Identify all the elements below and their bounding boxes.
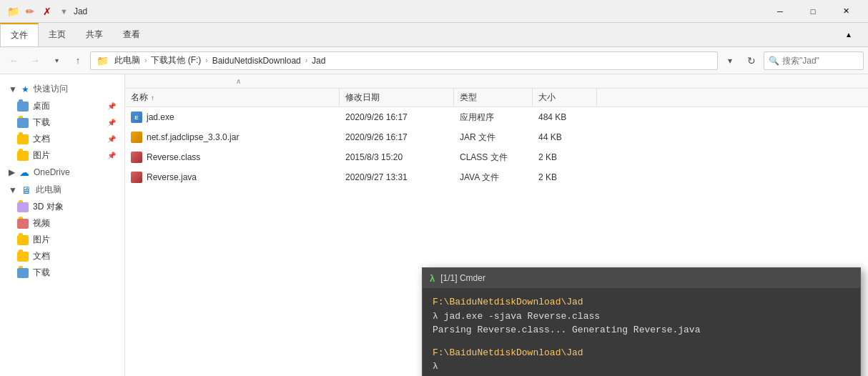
search-input[interactable]	[782, 56, 859, 66]
exe-icon: E	[131, 112, 142, 123]
file-type-cell: 应用程序	[454, 112, 533, 124]
tab-file[interactable]: 文件	[0, 23, 39, 46]
back-button[interactable]: ←	[4, 51, 23, 70]
titlebar-icons: 📁 ✏ ✗ ▼	[6, 4, 68, 19]
terminal-line-3: Parsing Reverse.class... Generating Reve…	[433, 323, 850, 337]
bc-baidu[interactable]: BaiduNetdiskDownload	[209, 54, 304, 67]
sidebar-item-downloads[interactable]: 下载 📌	[0, 114, 124, 131]
table-row[interactable]: net.sf.jadclipse_3.3.0.jar 2020/9/26 16:…	[125, 127, 868, 147]
file-date-cell: 2020/9/26 16:17	[340, 132, 454, 142]
file-size-cell: 2 KB	[533, 152, 597, 162]
pin-icon-2: 📌	[107, 119, 116, 127]
docs-folder-icon2	[17, 252, 29, 262]
section-arrow-onedrive-icon: ▶	[9, 167, 15, 177]
sidebar-item-pictures[interactable]: 图片 📌	[0, 147, 124, 164]
table-row[interactable]: Reverse.java 2020/9/27 13:31 JAVA 文件 2 K…	[125, 167, 868, 187]
sidebar-item-documents2[interactable]: 文档	[0, 248, 124, 264]
file-size-cell: 484 KB	[533, 112, 597, 122]
pc-icon: 🖥	[21, 184, 31, 196]
cloud-icon: ☁	[19, 167, 29, 178]
minimize-button[interactable]: ─	[764, 0, 797, 23]
forward-button[interactable]: →	[26, 51, 44, 70]
pin-icon-4: 📌	[107, 152, 116, 159]
table-row[interactable]: E jad.exe 2020/9/26 16:17 应用程序 484 KB	[125, 107, 868, 127]
ribbon: 文件 主页 共享 查看 ▲	[0, 23, 868, 47]
table-row[interactable]: Reverse.class 2015/8/3 15:20 CLASS 文件 2 …	[125, 147, 868, 167]
sidebar-item-3d[interactable]: 3D 对象	[0, 199, 124, 215]
sidebar: ▼ ★ 快速访问 桌面 📌 下载 📌 文档 📌 图片 📌 ▶ ☁ OneDr	[0, 74, 125, 376]
download-folder-icon	[17, 118, 29, 128]
title-separator: ▼	[60, 7, 68, 16]
docs-folder-icon	[17, 134, 29, 144]
jar-icon	[131, 132, 142, 143]
tab-home[interactable]: 主页	[39, 23, 76, 46]
col-header-type[interactable]: 类型	[454, 89, 533, 107]
address-box[interactable]: 📁 此电脑 › 下载其他 (F:) › BaiduNetdiskDownload…	[90, 51, 718, 70]
file-date-cell: 2020/9/27 13:31	[340, 172, 454, 182]
file-type-cell: JAVA 文件	[454, 172, 533, 184]
thispc-section[interactable]: ▼ 🖥 此电脑	[0, 181, 124, 199]
video-folder-icon	[17, 219, 29, 229]
terminal-line-5: λ	[433, 360, 850, 374]
main-area: ▼ ★ 快速访问 桌面 📌 下载 📌 文档 📌 图片 📌 ▶ ☁ OneDr	[0, 74, 868, 376]
pin-icon: 📌	[107, 102, 116, 110]
addressbar: ← → ▾ ↑ 📁 此电脑 › 下载其他 (F:) › BaiduNetdisk…	[0, 47, 868, 74]
titlebar: 📁 ✏ ✗ ▼ Jad ─ □ ✕	[0, 0, 868, 23]
close-button[interactable]: ✕	[829, 0, 862, 23]
terminal-blank	[433, 337, 850, 346]
refresh-button[interactable]: ↻	[742, 51, 761, 70]
up-button[interactable]: ↑	[69, 51, 87, 70]
sidebar-item-documents[interactable]: 文档 📌	[0, 131, 124, 147]
search-icon: 🔍	[769, 56, 779, 66]
address-folder-icon: 📁	[97, 55, 109, 66]
onedrive-section[interactable]: ▶ ☁ OneDrive	[0, 164, 124, 181]
quick-access-section[interactable]: ▼ ★ 快速访问	[0, 80, 124, 98]
terminal-title: [1/1] Cmder	[440, 273, 485, 283]
bc-thispc[interactable]: 此电脑	[112, 53, 143, 68]
section-arrow-thispc-icon: ▼	[9, 185, 17, 195]
pin-icon-3: 📌	[107, 135, 116, 143]
file-type-cell: CLASS 文件	[454, 152, 533, 164]
file-type-cell: JAR 文件	[454, 132, 533, 144]
maximize-button[interactable]: □	[797, 0, 829, 23]
bc-jad[interactable]: Jad	[309, 54, 328, 67]
file-size-cell: 44 KB	[533, 132, 597, 142]
3d-folder-icon	[17, 202, 29, 212]
pics-folder-icon2	[17, 235, 29, 245]
sort-arrow-up: ∧	[236, 77, 241, 85]
edit-icon: ✏	[23, 4, 37, 19]
terminal-titlebar: λ [1/1] Cmder	[423, 268, 860, 288]
section-arrow-icon: ▼	[9, 84, 17, 94]
class-icon	[131, 152, 142, 163]
file-size-cell: 2 KB	[533, 172, 597, 182]
file-name-cell: E jad.exe	[125, 112, 340, 123]
folder-icon: 📁	[6, 4, 20, 19]
search-box: 🔍	[764, 51, 864, 70]
col-header-name[interactable]: 名称 ↑	[125, 89, 340, 107]
terminal-line-2: λ jad.exe -sjava Reverse.class	[433, 310, 850, 324]
ribbon-collapse-button[interactable]: ▲	[832, 24, 865, 46]
tab-share[interactable]: 共享	[76, 23, 113, 46]
file-date-cell: 2020/9/26 16:17	[340, 112, 454, 122]
sidebar-item-desktop[interactable]: 桌面 📌	[0, 98, 124, 114]
star-icon: ★	[21, 84, 29, 94]
address-dropdown-button[interactable]: ▾	[721, 51, 739, 70]
col-header-size[interactable]: 大小	[533, 89, 597, 107]
col-header-date[interactable]: 修改日期	[340, 89, 454, 107]
sidebar-item-downloads2[interactable]: 下载	[0, 264, 124, 281]
bc-drive[interactable]: 下载其他 (F:)	[148, 53, 204, 68]
window-controls: ─ □ ✕	[764, 0, 862, 23]
file-date-cell: 2015/8/3 15:20	[340, 152, 454, 162]
sidebar-item-pictures2[interactable]: 图片	[0, 232, 124, 248]
pics-folder-icon	[17, 151, 29, 161]
breadcrumb: 此电脑 › 下载其他 (F:) › BaiduNetdiskDownload ›…	[112, 53, 328, 68]
terminal-window: λ [1/1] Cmder F:\BaiduNetdiskDownload\Ja…	[422, 267, 861, 376]
window-title: Jad	[74, 6, 87, 16]
tab-view[interactable]: 查看	[113, 23, 150, 46]
filelist-header: 名称 ↑ 修改日期 类型 大小	[125, 89, 868, 107]
nav-dropdown-button[interactable]: ▾	[47, 51, 66, 70]
terminal-line-1: F:\BaiduNetdiskDownload\Jad	[433, 295, 850, 310]
file-name-cell: Reverse.java	[125, 172, 340, 183]
sidebar-item-video[interactable]: 视频	[0, 215, 124, 232]
close-small-icon: ✗	[40, 4, 54, 19]
